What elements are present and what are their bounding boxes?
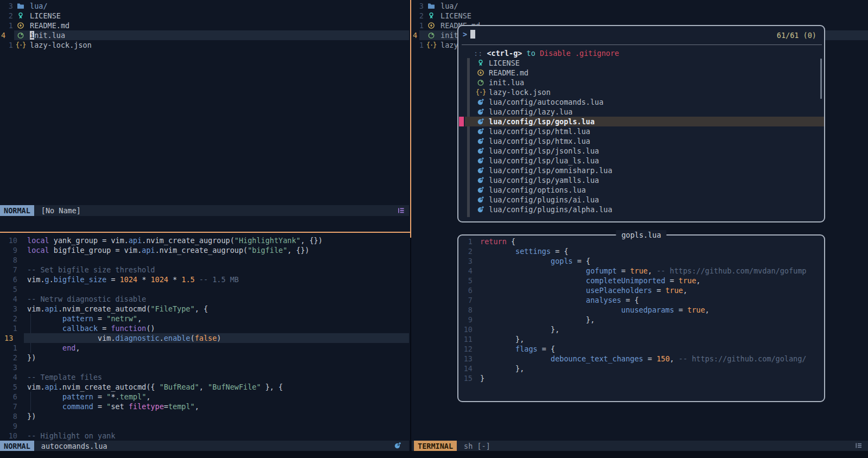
file-row-lazy-lock-json[interactable]: 1{·}lazy-lock.json — [0, 40, 409, 50]
result-row-README-md[interactable]: README.md — [458, 68, 824, 78]
file-row-init-lua[interactable]: 4init.lua — [0, 30, 409, 40]
code-line: 10-- Highlight on yank — [0, 431, 409, 441]
code-line: 5vim.api.nvim_create_autocmd({ "BufRead"… — [0, 382, 409, 392]
code-line: 7 command = "set filetype=templ", — [0, 402, 409, 411]
line-number: 3 — [0, 1, 13, 11]
code-line: 1 end, — [0, 343, 409, 353]
result-file-name: lua/config/lsp/lua_ls.lua — [489, 156, 599, 166]
indent-guide — [30, 392, 31, 411]
mode-indicator-terminal: TERMINAL — [414, 441, 457, 451]
line-number: 4 — [0, 372, 22, 382]
mode-indicator: NORMAL — [0, 441, 34, 451]
line-number: 2 — [412, 11, 424, 21]
readme-icon — [17, 22, 24, 29]
prompt-cursor[interactable] — [470, 30, 475, 39]
result-file-name: lua/config/plugins/alpha.lua — [489, 205, 612, 214]
lua-icon — [394, 442, 401, 449]
result-file-name: lua/config/lsp/gopls.lua — [489, 117, 595, 126]
file-name: LICENSE — [441, 11, 471, 21]
code-line: 9 — [0, 421, 409, 431]
code-line: 5 — [0, 284, 409, 294]
line-number: 5 — [458, 276, 475, 285]
code-line: 2}) — [0, 353, 409, 362]
results-header: :: <ctrl-g> to Disable .gitignore — [458, 48, 824, 58]
result-row-lua-config-lsp-gopls-lua[interactable]: lua/config/lsp/gopls.lua — [458, 117, 824, 126]
license-icon — [427, 12, 435, 20]
file-name: autocomands.lua — [41, 441, 107, 451]
code-line: 3 gopls = { — [458, 256, 824, 266]
lua-blue-icon — [477, 206, 484, 213]
line-number: 4 — [0, 294, 22, 304]
readme-icon — [427, 22, 435, 29]
line-number: 1 — [458, 237, 475, 246]
prompt-divider — [462, 44, 822, 45]
code-line: 8 — [0, 255, 409, 265]
result-row-lua-config-autocomands-lua[interactable]: lua/config/autocomands.lua — [458, 97, 824, 107]
result-row-lua-config-lsp-omnisharp-lua[interactable]: lua/config/lsp/omnisharp.lua — [458, 166, 824, 175]
result-row-init-lua[interactable]: init.lua — [458, 78, 824, 87]
result-file-name: lua/config/options.lua — [489, 185, 586, 195]
line-number: 9 — [458, 315, 475, 325]
code-line: 6vim.g.bigfile_size = 1024 * 1024 * 1.5 … — [0, 275, 409, 284]
lua-blue-icon — [477, 128, 484, 135]
file-row-LICENSE[interactable]: 2LICENSE — [412, 11, 868, 21]
result-row-lua-config-lsp-lua-ls-lua[interactable]: lua/config/lsp/lua_ls.lua — [458, 156, 824, 166]
result-file-name: lua/config/lazy.lua — [489, 107, 572, 117]
line-number: 9 — [0, 245, 22, 255]
code-line: 2 settings = { — [458, 246, 824, 256]
file-row-README-md[interactable]: 1README.md — [0, 21, 409, 30]
file-row-LICENSE[interactable]: 2LICENSE — [0, 11, 409, 21]
result-file-name: README.md — [489, 68, 528, 78]
prompt-symbol: > — [463, 29, 467, 39]
result-row-lua-config-lsp-html-lua[interactable]: lua/config/lsp/html.lua — [458, 126, 824, 136]
lua-blue-icon — [477, 98, 484, 106]
code-line: 6 usePlaceholders = true, — [458, 285, 824, 295]
line-number: 2 — [458, 246, 475, 256]
code-line: 4-- Template files — [0, 372, 409, 382]
line-number: 8 — [458, 305, 475, 315]
results-scrollbar[interactable] — [820, 59, 822, 99]
code-line: 7-- Set bigfile size threshold — [0, 265, 409, 275]
line-number: 12 — [458, 344, 475, 354]
line-number: 2 — [0, 314, 22, 323]
result-row-lua-config-lsp-yamlls-lua[interactable]: lua/config/lsp/yamlls.lua — [458, 175, 824, 185]
lua-blue-icon — [477, 167, 484, 174]
lua-green-icon — [477, 79, 484, 86]
result-file-name: lazy-lock.json — [489, 87, 551, 97]
line-number: 1 — [0, 323, 22, 333]
lua-blue-icon — [477, 157, 484, 164]
line-number: 10 — [0, 431, 22, 441]
result-file-name: lua/config/lsp/jsonls.lua — [489, 146, 599, 156]
code-line: 7 analyses = { — [458, 295, 824, 305]
result-row-lua-config-plugins-alpha-lua[interactable]: lua/config/plugins/alpha.lua — [458, 205, 824, 214]
license-icon — [17, 12, 24, 20]
result-row-lua-config-lazy-lua[interactable]: lua/config/lazy.lua — [458, 107, 824, 117]
line-number: 7 — [458, 295, 475, 305]
line-number: 15 — [458, 373, 475, 383]
left-file-explorer-window[interactable]: 3lua/2LICENSE1README.md4init.lua1{·}lazy… — [0, 1, 409, 205]
telescope-results-list[interactable]: :: <ctrl-g> to Disable .gitignoreLICENSE… — [458, 48, 824, 214]
preview-code: 1return {2 settings = {3 gopls = {4 gofu… — [458, 237, 824, 383]
code-line: 13 vim.diagnostic.enable(false) — [0, 333, 409, 343]
file-row-lua-[interactable]: 3lua/ — [0, 1, 409, 11]
line-number: 4 — [458, 266, 475, 276]
file-name: README.md — [30, 21, 69, 30]
readme-icon — [477, 69, 484, 77]
statusline-code: NORMAL autocomands.lua — [0, 441, 409, 451]
result-file-name: lua/config/lsp/omnisharp.lua — [489, 166, 612, 175]
result-row-lazy-lock-json[interactable]: {·}lazy-lock.json — [458, 87, 824, 97]
result-row-lua-config-options-lua[interactable]: lua/config/options.lua — [458, 185, 824, 195]
lua-blue-icon — [477, 147, 484, 155]
result-row-lua-config-lsp-htmx-lua[interactable]: lua/config/lsp/htmx.lua — [458, 136, 824, 146]
lua-blue-icon — [477, 196, 484, 203]
statusline-terminal: TERMINAL sh [-] — [412, 441, 868, 451]
result-row-lua-config-plugins-ai-lua[interactable]: lua/config/plugins/ai.lua — [458, 195, 824, 205]
line-number: 7 — [0, 265, 22, 275]
file-row-lua-[interactable]: 3lua/ — [412, 1, 868, 11]
license-icon — [477, 59, 484, 67]
line-number: 10 — [0, 236, 22, 245]
result-row-LICENSE[interactable]: LICENSE — [458, 58, 824, 68]
result-row-lua-config-lsp-jsonls-lua[interactable]: lua/config/lsp/jsonls.lua — [458, 146, 824, 156]
code-window-autocommands[interactable]: 10local yank_group = vim.api.nvim_create… — [0, 236, 409, 441]
code-line: 1return { — [458, 237, 824, 246]
